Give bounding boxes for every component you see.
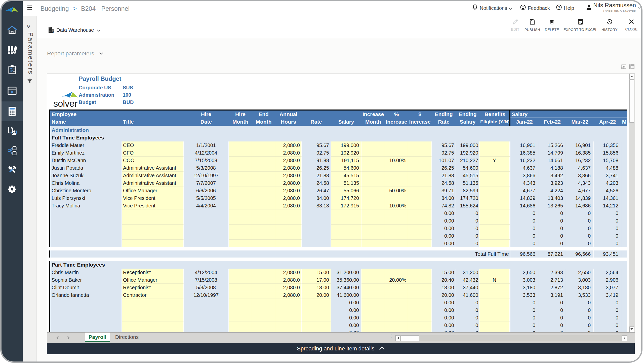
svg-text:x: x (579, 21, 581, 24)
svg-text:?: ? (558, 6, 560, 9)
